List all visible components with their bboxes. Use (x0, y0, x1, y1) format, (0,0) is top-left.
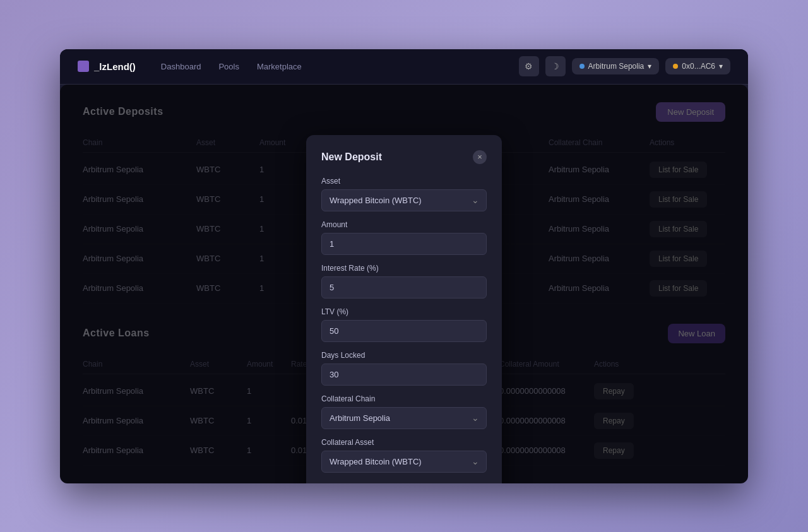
days-locked-input[interactable] (321, 364, 487, 386)
settings-button[interactable]: ⚙ (519, 56, 539, 76)
chain-label: Arbitrum Sepolia (588, 62, 645, 71)
modal-header: New Deposit × (321, 150, 487, 164)
nav-marketplace[interactable]: Marketplace (257, 62, 302, 71)
modal-title: New Deposit (321, 151, 382, 163)
chain-chevron: ▾ (648, 62, 651, 71)
amount-label: Amount (321, 220, 487, 229)
asset-label: Asset (321, 177, 487, 186)
wallet-chevron: ▾ (719, 62, 723, 71)
collateral-asset-select-wrapper: Wrapped Bitcoin (WBTC) Wrapped Ether (WE… (321, 451, 487, 473)
interest-rate-input[interactable] (321, 276, 487, 299)
collateral-asset-select[interactable]: Wrapped Bitcoin (WBTC) Wrapped Ether (WE… (321, 451, 487, 473)
ltv-input[interactable] (321, 320, 487, 342)
ltv-label: LTV (%) (321, 307, 487, 316)
logo-text: _lzLend() (94, 61, 136, 72)
nav: Dashboard Pools Marketplace (161, 62, 519, 71)
new-deposit-modal: New Deposit × Asset Wrapped Bitcoin (WBT… (306, 135, 502, 483)
collateral-asset-label: Collateral Asset (321, 438, 487, 447)
logo: _lzLend() (78, 61, 136, 72)
theme-toggle-button[interactable]: ☽ (545, 56, 566, 76)
main-content: Active Deposits New Deposit Chain Asset … (60, 85, 748, 483)
nav-pools[interactable]: Pools (218, 62, 239, 71)
ltv-field-group: LTV (%) (321, 307, 487, 342)
header: _lzLend() Dashboard Pools Marketplace ⚙ … (60, 49, 748, 85)
interest-rate-label: Interest Rate (%) (321, 264, 487, 273)
wallet-label: 0x0...AC6 (682, 62, 715, 71)
asset-select-wrapper: Wrapped Bitcoin (WBTC) Wrapped Ether (WE… (321, 189, 487, 211)
amount-input[interactable] (321, 233, 487, 255)
chain-dot (579, 64, 585, 69)
collateral-chain-select[interactable]: Arbitrum Sepolia Ethereum Mainnet (321, 407, 487, 429)
asset-field-group: Asset Wrapped Bitcoin (WBTC) Wrapped Eth… (321, 177, 487, 211)
interest-rate-field-group: Interest Rate (%) (321, 264, 487, 299)
header-right: ⚙ ☽ Arbitrum Sepolia ▾ 0x0...AC6 ▾ (519, 56, 730, 76)
app-window: _lzLend() Dashboard Pools Marketplace ⚙ … (60, 49, 748, 483)
nav-dashboard[interactable]: Dashboard (161, 62, 201, 71)
wallet-button[interactable]: 0x0...AC6 ▾ (665, 58, 730, 74)
chain-selector-button[interactable]: Arbitrum Sepolia ▾ (572, 58, 660, 74)
asset-select[interactable]: Wrapped Bitcoin (WBTC) Wrapped Ether (WE… (321, 189, 487, 211)
days-locked-label: Days Locked (321, 351, 487, 360)
collateral-asset-field-group: Collateral Asset Wrapped Bitcoin (WBTC) … (321, 438, 487, 473)
amount-field-group: Amount (321, 220, 487, 255)
collateral-chain-select-wrapper: Arbitrum Sepolia Ethereum Mainnet (321, 407, 487, 429)
days-locked-field-group: Days Locked (321, 351, 487, 386)
collateral-chain-field-group: Collateral Chain Arbitrum Sepolia Ethere… (321, 394, 487, 429)
modal-close-button[interactable]: × (473, 150, 487, 164)
collateral-chain-label: Collateral Chain (321, 394, 487, 403)
logo-icon (78, 61, 89, 72)
wallet-dot (673, 64, 678, 69)
